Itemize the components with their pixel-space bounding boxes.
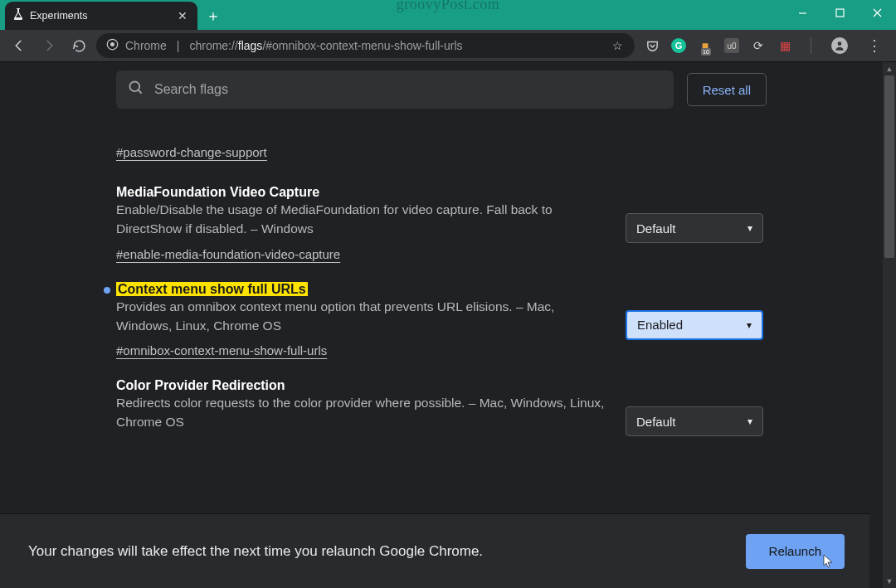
select-value: Default: [636, 221, 676, 236]
flag-state-select[interactable]: Enabled▾: [626, 310, 763, 340]
browser-menu-button[interactable]: ⋮: [864, 36, 884, 55]
extensions-area: G ■10 u0 ⟳ ▦ ⋮: [640, 36, 889, 55]
svg-point-7: [130, 82, 140, 92]
svg-rect-1: [836, 9, 844, 17]
toolbar-divider: [811, 37, 811, 54]
back-button[interactable]: [7, 33, 32, 58]
relaunch-button[interactable]: Relaunch: [746, 534, 845, 569]
mouse-cursor-icon: [823, 554, 835, 572]
search-flags-box[interactable]: [116, 70, 674, 109]
flag-description-area: Context menu show full URLsProvides an o…: [116, 282, 609, 359]
pocket-icon[interactable]: [645, 38, 660, 53]
chevron-down-icon: ▾: [747, 415, 752, 427]
flag-control-area: [626, 137, 767, 165]
chrome-scheme-icon: [106, 38, 119, 53]
extension-icon[interactable]: ▦: [777, 38, 792, 53]
page-content: ▲ ▼ Reset all #password-change-supportMe…: [0, 62, 896, 588]
flag-control-area: Default▾: [626, 185, 767, 262]
forward-button[interactable]: [37, 33, 61, 58]
search-icon: [128, 80, 144, 100]
flag-description: Enable/Disable the usage of MediaFoundat…: [116, 200, 609, 239]
close-tab-icon[interactable]: ✕: [176, 9, 189, 22]
flags-header: Reset all: [0, 62, 883, 117]
profile-avatar[interactable]: [831, 37, 848, 54]
select-value: Enabled: [637, 318, 683, 332]
flags-list: #password-change-supportMediaFoundation …: [0, 117, 883, 536]
flag-item: Color Provider RedirectionRedirects colo…: [116, 358, 767, 436]
reload-button[interactable]: [66, 33, 91, 58]
svg-point-5: [110, 42, 114, 46]
scrollbar-track[interactable]: ▲ ▼: [883, 62, 896, 588]
flag-title: Context menu show full URLs: [116, 282, 308, 296]
address-bar[interactable]: Chrome | chrome://flags/#omnibox-context…: [96, 33, 635, 58]
watermark-text: groovyPost.com: [397, 0, 500, 13]
browser-toolbar: Chrome | chrome://flags/#omnibox-context…: [0, 30, 896, 62]
star-bookmark-icon[interactable]: ☆: [610, 38, 625, 53]
reset-all-button[interactable]: Reset all: [687, 73, 767, 106]
svg-point-6: [838, 41, 842, 46]
flag-description-area: MediaFoundation Video CaptureEnable/Disa…: [116, 185, 609, 262]
scrollbar-thumb[interactable]: [884, 75, 894, 258]
flag-item: MediaFoundation Video CaptureEnable/Disa…: [116, 165, 767, 262]
new-tab-button[interactable]: ＋: [201, 3, 226, 28]
relaunch-message: Your changes will take effect the next t…: [28, 543, 483, 560]
flag-hash-link[interactable]: #password-change-support: [116, 145, 267, 159]
scroll-down-arrow[interactable]: ▼: [883, 575, 896, 588]
close-window-button[interactable]: [859, 0, 896, 25]
flag-item: #password-change-support: [116, 117, 767, 165]
weather-extension-icon[interactable]: ■10: [698, 38, 713, 53]
flag-hash-link[interactable]: #omnibox-context-menu-show-full-urls: [116, 343, 327, 357]
flag-title: Color Provider Redirection: [116, 378, 285, 392]
svg-line-8: [139, 90, 142, 94]
chevron-down-icon: ▾: [747, 222, 752, 234]
ublock-icon[interactable]: u0: [724, 38, 739, 53]
flag-description: Provides an omnibox context menu option …: [116, 297, 609, 336]
changed-indicator-icon: [104, 287, 110, 294]
relaunch-bar: Your changes will take effect the next t…: [0, 513, 869, 588]
devtools-extension-icon[interactable]: ⟳: [751, 38, 766, 53]
window-controls: [784, 0, 896, 25]
flag-description-area: #password-change-support: [116, 137, 609, 165]
browser-tab[interactable]: Experiments ✕: [5, 2, 197, 30]
chevron-down-icon: ▾: [747, 319, 752, 331]
omnibox-separator: |: [173, 39, 183, 52]
flag-description-area: Color Provider RedirectionRedirects colo…: [116, 378, 609, 436]
window-titlebar: Experiments ✕ ＋ groovyPost.com: [0, 0, 896, 30]
flag-title: MediaFoundation Video Capture: [116, 185, 319, 199]
flag-state-select[interactable]: Default▾: [626, 406, 763, 436]
maximize-button[interactable]: [821, 0, 859, 25]
flag-item: Context menu show full URLsProvides an o…: [116, 262, 767, 359]
flag-control-area: Enabled▾: [626, 282, 767, 359]
tab-title: Experiments: [30, 10, 169, 22]
omnibox-scheme-label: Chrome: [125, 39, 167, 52]
flag-hash-link[interactable]: #enable-media-foundation-video-capture: [116, 247, 340, 261]
grammarly-icon[interactable]: G: [671, 38, 686, 53]
scroll-up-arrow[interactable]: ▲: [883, 62, 896, 75]
flag-description: Redirects color requests to the color pr…: [116, 393, 609, 432]
search-flags-input[interactable]: [154, 82, 662, 97]
flag-control-area: Default▾: [626, 378, 767, 436]
flag-state-select[interactable]: Default▾: [626, 213, 763, 243]
flask-icon: [13, 8, 23, 23]
minimize-button[interactable]: [784, 0, 821, 25]
select-value: Default: [636, 415, 676, 429]
